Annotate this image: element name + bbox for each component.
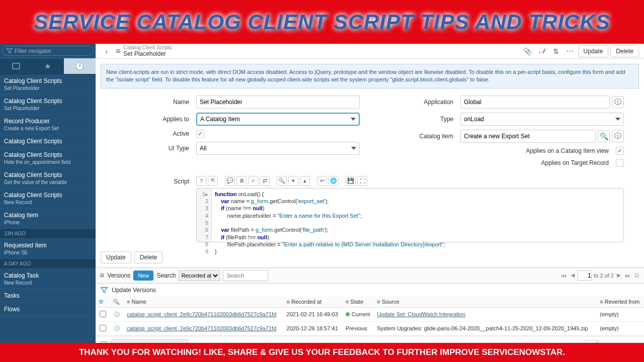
script-replace-up-icon[interactable]: ▴ (300, 176, 310, 186)
script-fullscreen-icon[interactable]: ⛶ (357, 176, 367, 186)
script-editor[interactable]: 1▸23456789 function onLoad() { var name … (196, 188, 624, 242)
col-name[interactable]: ≡ Name (124, 297, 284, 308)
nav-history-item[interactable]: Tasks (0, 289, 96, 303)
list-menu-icon[interactable]: ≡ (100, 271, 104, 280)
type-select[interactable]: onLoad (460, 113, 624, 126)
script-wrap-icon[interactable]: ↩ (317, 176, 327, 186)
nav-history-item[interactable]: Record ProducerCreate a new Export Set (0, 115, 96, 135)
col-recorded[interactable]: ≡ Recorded at (284, 297, 343, 308)
nav-history-list: Catalog Client ScriptsSet PlaceholderCat… (0, 74, 96, 343)
script-diff-icon[interactable]: ⇄ (260, 176, 270, 186)
catalog-item-field[interactable] (460, 130, 596, 143)
nav-history-item[interactable]: Catalog TaskNew Record (0, 269, 96, 289)
nav-history-item[interactable]: Catalog Client ScriptsNew Record (0, 189, 96, 209)
update-button[interactable]: Update (578, 45, 609, 57)
nav-time-divider: 13H AGO (0, 229, 96, 239)
nav-item-title: Record Producer (4, 118, 92, 125)
versions-search-field-select[interactable]: Recorded at (179, 270, 220, 281)
versions-new-button[interactable]: New (133, 270, 153, 281)
search-col-icon[interactable]: 🔍 (113, 299, 120, 305)
nav-history-item[interactable]: Catalog Client ScriptsSet Placeholder (0, 95, 96, 115)
col-state[interactable]: ≡ State (343, 297, 374, 308)
pager-prev-icon[interactable]: ◀ (570, 272, 576, 279)
line-gutter: 1▸23456789 (197, 189, 212, 242)
pager-next-icon[interactable]: ▶ (616, 272, 622, 279)
banner-bottom: THANK YOU FOR WATCHING! LIKE, SHARE & GI… (0, 343, 644, 362)
pager-last-icon[interactable]: ⏭ (624, 273, 631, 279)
nav-history-item[interactable]: Catalog Client ScriptsSet Placeholder (0, 74, 96, 95)
header-title: Catalog Client Scripts Set Placeholder (123, 45, 172, 57)
row-state: Previous (343, 321, 374, 335)
script-help-icon[interactable]: ? (196, 176, 206, 186)
settings-icon[interactable]: ⇅ (550, 45, 562, 57)
application-field[interactable] (460, 96, 610, 109)
script-check-icon[interactable]: ✓ (248, 176, 258, 186)
catalog-item-info-icon[interactable]: ⓘ (612, 130, 624, 142)
nav-item-sub: Set Placeholder (4, 85, 92, 91)
more-icon[interactable]: ⋯ (564, 45, 576, 57)
catalog-item-lookup-icon[interactable]: 🔍 (598, 130, 610, 142)
script-comment-icon[interactable]: 💬 (225, 176, 235, 186)
row-info-icon[interactable]: ⓘ (114, 325, 120, 331)
gear-icon[interactable]: ⚙ (99, 299, 104, 305)
nav-tab-all[interactable] (0, 58, 32, 74)
row-source-link[interactable]: Update Set: CloudWatch Integration (377, 311, 465, 317)
sidebar: Filter navigator ★ 🕐 Catalog Client Scri… (0, 44, 96, 343)
filter-placeholder: Filter navigator (15, 48, 51, 54)
applies-view-checkbox[interactable]: ✓ (616, 147, 624, 155)
application-info-icon[interactable]: ⓘ (612, 96, 624, 108)
nav-history-item[interactable]: Catalog Client ScriptsHide the sn_appoin… (0, 148, 96, 168)
attachment-icon[interactable]: 📎 (522, 45, 534, 57)
applies-view-label: Applies on a Catalog Item view (380, 147, 616, 154)
nav-item-title: Catalog Client Scripts (4, 171, 92, 178)
applies-target-label: Applies on Target Record (380, 159, 616, 166)
menu-icon[interactable]: ≡ (116, 47, 120, 56)
activity-icon[interactable]: 𝒩 (536, 45, 548, 57)
row-recorded: 2021-02-21 16:49:03 (284, 307, 343, 321)
code-body: function onLoad() { var name = g_form.ge… (212, 189, 623, 242)
nav-history-item[interactable]: Catalog Client Scripts (0, 135, 96, 148)
nav-history-item[interactable]: Catalog Client ScriptsGet the value of t… (0, 168, 96, 189)
col-reverted[interactable]: ≡ Reverted from (597, 297, 644, 308)
nav-tab-favorites[interactable]: ★ (32, 58, 63, 74)
row-checkbox[interactable] (100, 311, 106, 317)
star-icon: ★ (44, 62, 51, 71)
pager-expand-icon[interactable]: ⊡ (633, 272, 640, 279)
pager-first-icon[interactable]: ⏮ (560, 273, 568, 279)
back-button[interactable]: ‹ (101, 45, 113, 57)
delete-button-bottom[interactable]: Delete (134, 251, 163, 263)
script-tree-icon[interactable]: ⇱ (208, 176, 218, 186)
script-search-icon[interactable]: 🔍 (277, 176, 287, 186)
nav-tab-history[interactable]: 🕐 (64, 58, 96, 74)
applies-to-select[interactable]: A Catalog Item (196, 113, 360, 126)
row-name-link[interactable]: catalog_script_client_2e9c720b471102003d… (127, 311, 276, 317)
ui-type-select[interactable]: All (196, 142, 360, 155)
versions-tab[interactable]: Versions (107, 272, 130, 279)
versions-search-input[interactable] (223, 270, 268, 281)
actions-select[interactable]: Actions on selected rows... (111, 339, 188, 343)
script-replace-down-icon[interactable]: ▾ (288, 176, 298, 186)
nav-history-item[interactable]: Requested ItemiPhone SE (0, 239, 96, 259)
name-field[interactable] (196, 96, 360, 109)
update-button-bottom[interactable]: Update (101, 251, 131, 263)
row-info-icon[interactable]: ⓘ (114, 311, 120, 317)
script-save-icon[interactable]: 💾 (346, 176, 356, 186)
banner-bottom-text: THANK YOU FOR WATCHING! LIKE, SHARE & GI… (79, 347, 565, 357)
filter-navigator-input[interactable]: Filter navigator (2, 46, 94, 56)
delete-button[interactable]: Delete (610, 45, 639, 57)
row-checkbox[interactable] (100, 325, 106, 331)
name-label: Name (116, 99, 196, 106)
nav-history-item[interactable]: Catalog ItemiPhone (0, 209, 96, 229)
script-globe-icon[interactable]: 🌐 (329, 176, 339, 186)
nav-tabs: ★ 🕐 (0, 58, 96, 74)
nav-item-title: Catalog Client Scripts (4, 138, 92, 145)
row-name-link[interactable]: catalog_script_client_2e9c720b471102003d… (127, 325, 276, 331)
active-checkbox[interactable]: ✓ (196, 130, 204, 138)
nav-history-item[interactable]: Flows (0, 303, 96, 316)
pager-page-input[interactable] (578, 270, 592, 281)
script-format-icon[interactable]: ≣ (236, 176, 247, 186)
pager-text: to 2 of 2 (594, 273, 614, 279)
applies-target-checkbox[interactable] (616, 159, 624, 167)
filter-funnel-icon[interactable] (101, 287, 108, 294)
col-source[interactable]: ≡ Source (374, 297, 597, 308)
